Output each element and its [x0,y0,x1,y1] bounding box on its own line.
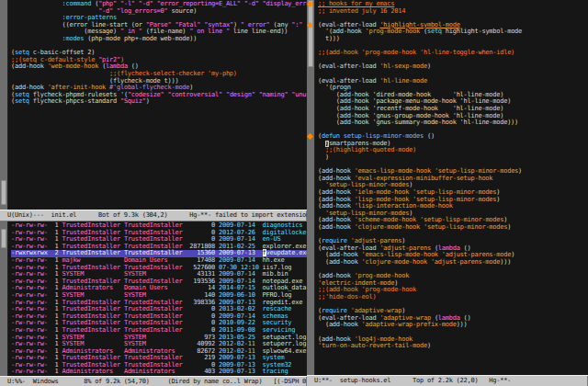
buffer-line: (add-hook 'clojure-mode-hook 'setup-lisp… [318,224,588,232]
scrollbar-dired[interactable] [0,221,8,376]
window-setup-hooks[interactable]: ;; hooks for my emacs;; invented july 16… [307,0,588,375]
text-run: "display_errors=1" [263,0,307,7]
modeline-dired[interactable]: U:%%- Windows 8% of 9.2k (54,70) (Dired … [0,376,307,386]
text-run: "-d" [244,0,259,7]
text-run: 'adjust-parens-mode [431,258,500,266]
text-run: () [424,132,435,140]
buffer-dired-windows[interactable]: -rw-rw-rw- 1 TrustedInstaller TrustedIns… [8,221,307,376]
text-run: setq [15,97,29,105]
buffer-line: :modes (php-mode php+-mode web-mode)) [11,36,307,43]
text-run: "log_errors=0" [117,7,168,15]
emacs-frame: :command ("php" "-l" "-d" "error_reporti… [0,0,588,386]
text-run: 'clojure-mode-hook [362,258,427,266]
text-run: 'hl-line-mode [379,77,427,85]
buffer-line: ;;(highlight-quoted-mode) [318,147,588,154]
buffer-line: (eval-after-load 'hl-sexp-mode) [318,63,588,71]
text-run: line line-end)) [230,28,288,35]
left-column: :command ("php" "-l" "-d" "error_reporti… [0,0,307,386]
modeline-init-el[interactable]: U(Unix)--- init.el Bot of 9.3k (304,2) H… [0,210,307,221]
text-run: "controversial" [168,91,222,98]
text-run: (php-mode php+-mode web-mode)) [84,35,197,42]
buffer-line: (add-hook 'gnus-summary-mode-hook 'hl-li… [318,119,588,127]
text-run: (add-hook [318,321,362,328]
window-init-el[interactable]: :command ("php" "-l" "-d" "error_reporti… [0,0,307,210]
text-run: ))) [457,321,468,328]
scrollbar-thumb[interactable] [1,180,6,205]
text-run: 403 [182,368,215,375]
text-run: 'hl-sexp-mode [379,62,427,70]
text-run: Administrators [124,368,182,375]
text-run: (add-hook [318,223,355,231]
window-dired-windows[interactable]: -rw-rw-rw- 1 TrustedInstaller TrustedIns… [0,221,307,376]
buffer-line: (eval-after-load 'hl-line-mode [318,78,588,85]
buffer-line: 'turn-on-auto-revert-tail-mode) [318,343,588,350]
text-run: setq [427,28,442,35]
buffer-line: ;; invented july 16 2014 [318,8,588,16]
text-run: flycheck-phpcs-standard [29,97,120,105]
scrollbar-thumb[interactable] [308,0,313,67]
text-run: -rw-rw-rw- [11,368,48,375]
text-run: 'setup-lisp-minor-modes [424,223,507,231]
text-run: source) [168,7,198,15]
text-run: ) [511,251,514,258]
text-run: ;;'hide-dos-eol) [318,293,376,301]
buffer-line: '(add-hook 'prog-mode-hook (setq highlig… [318,28,588,36]
text-run: "Squiz" [120,97,146,105]
text-run: ) [496,196,500,203]
text-run: (add-hook 'gnus-summary-mode-hook 'hl-li… [318,119,518,126]
text-run: ))) [500,258,511,266]
text-run: ;;(add-hook 'prog-mode-hook 'hl-line-tog… [318,49,514,56]
right-column: ;; hooks for my emacs;; invented july 16… [307,0,588,386]
text-run: 'turn-on-auto-revert-tail-mode [318,342,427,349]
file-name[interactable]: tracing [259,368,288,375]
buffer-setup-hooks[interactable]: ;; hooks for my emacs;; invented july 16… [315,0,588,375]
scrollbar-setup-hooks[interactable] [307,0,315,375]
text-run: highlight-symbol-mode [442,28,522,35]
text-run: ) [518,167,522,175]
text-run: :modes [62,35,85,42]
text-run [11,35,62,42]
buffer-line: (add-hook 'adaptive-wrap-prefix-mode))) [318,322,588,329]
text-run: 'prog-mode-hook [366,28,420,35]
text-run: ) [427,62,431,70]
buffer-line: ;;(add-hook 'prog-mode-hook 'hl-line-tog… [318,50,588,57]
text-run: 2009-07-13 [215,368,259,375]
buffer-line: (setq flycheck-phpcs-standard "Squiz") [11,98,307,106]
text-run: ":" [291,21,302,28]
buffer-init-el[interactable]: :command ("php" "-l" "-d" "error_reporti… [8,0,307,210]
bookmark-marker-icon [307,133,313,140]
text-run: 1 [48,368,62,375]
inactive-cursor [325,141,329,147]
text-run: ) [427,342,431,349]
modeline-setup-hooks[interactable]: U:**- setup-hooks.el Top of 2.2k (22,0) … [307,375,588,386]
text-run: ;;(highlight-quoted-mode) [318,146,416,153]
text-run: ( [420,28,427,35]
text-run: Administrators [62,368,124,375]
buffer-line: ) [318,154,588,162]
dired-row[interactable]: -rw-rw-rw- 1 Administrators Administrato… [11,369,307,376]
text-run: 'adaptive-wrap-prefix-mode [362,321,457,328]
text-run: ) [507,223,511,231]
buffer-line: (add-hook 'clojure-mode-hook 'adjust-par… [318,259,588,267]
buffer-line: t))) [318,36,588,43]
buffer-line: ;;'hide-dos-eol) [318,294,588,301]
text-run: ;; invented july 16 2014 [318,7,405,15]
text-run: "naming" [259,91,288,98]
text-run: (eval-after-load [318,62,379,70]
text-run: "design" [226,91,255,98]
scrollbar-thumb[interactable] [1,229,6,247]
text-run: 'clojure-mode-hook [355,223,420,231]
text-run: "unusedcode" [291,91,307,98]
scrollbar-init-el[interactable] [0,0,8,210]
text-run: (add-hook [318,258,362,266]
text-run: ) [146,97,150,105]
